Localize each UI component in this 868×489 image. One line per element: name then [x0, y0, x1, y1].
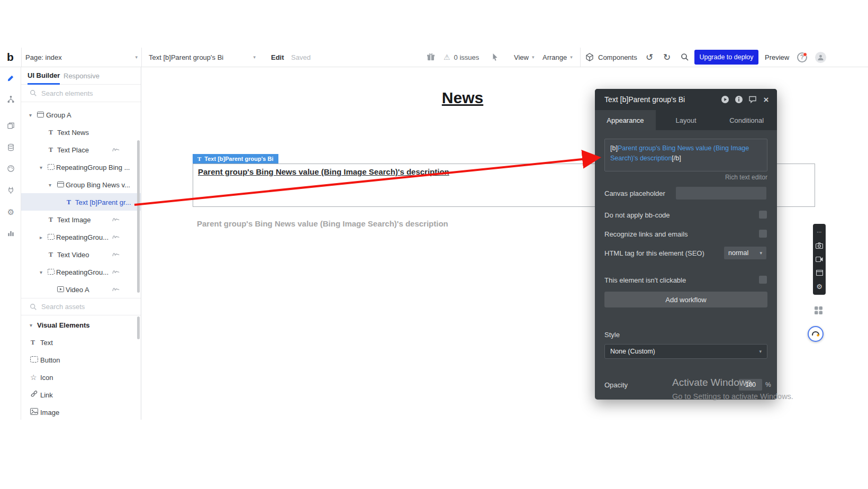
settings-tab-icon[interactable]: ⚙: [6, 207, 15, 216]
chevron-down-icon[interactable]: ▾: [40, 164, 42, 170]
tree-scrollbar[interactable]: [137, 140, 140, 293]
close-icon[interactable]: ×: [762, 95, 771, 104]
tree-item-repeatinggroup-2[interactable]: ▸ RepeatingGrou...: [21, 228, 141, 246]
styles-tab-icon[interactable]: [6, 164, 15, 173]
edit-mode-label[interactable]: Edit: [271, 48, 284, 67]
tree-item-label: Text Video: [57, 250, 89, 258]
tree-item-text-parent-group[interactable]: T Text [b]Parent gr...: [21, 193, 141, 211]
tree-item-text-video[interactable]: T Text Video: [21, 246, 141, 263]
windows-watermark-line1: Activate Windows: [672, 377, 752, 388]
tree-item-repeatinggroup-3[interactable]: ▾ RepeatingGrou...: [21, 263, 141, 280]
bubble-logo[interactable]: b: [7, 48, 14, 67]
preview-button[interactable]: Preview: [765, 48, 789, 67]
recognize-links-checkbox[interactable]: [759, 230, 767, 238]
rich-text-editor-field[interactable]: [b]Parent group's Bing News value (Bing …: [604, 139, 767, 171]
info-icon[interactable]: [734, 95, 743, 104]
tab-responsive[interactable]: Responsive: [64, 67, 100, 85]
screenshot-camera-icon[interactable]: [816, 242, 824, 250]
view-menu-label: View: [514, 53, 529, 61]
search-elements-input[interactable]: [41, 89, 121, 97]
panel-scrollbar[interactable]: [137, 316, 140, 339]
palette-item-icon[interactable]: ☆ Icon: [21, 368, 141, 386]
cursor-tool-icon[interactable]: [491, 48, 499, 67]
widgets-grid-icon[interactable]: [814, 306, 823, 317]
workflow-icon: [7, 95, 15, 103]
upgrade-to-deploy-button[interactable]: Upgrade to deploy: [694, 50, 758, 65]
components-label: Components: [598, 53, 637, 61]
workflow-tab-icon[interactable]: [6, 95, 15, 104]
tree-item-group-a[interactable]: ▾ Group A: [21, 106, 141, 123]
palette-item-link[interactable]: Link: [21, 386, 141, 403]
help-button[interactable]: ?: [797, 48, 807, 67]
tab-appearance[interactable]: Appearance: [595, 110, 656, 130]
chevron-right-icon[interactable]: ▸: [40, 234, 42, 240]
logs-tab-icon[interactable]: [6, 229, 15, 238]
html-tag-dropdown[interactable]: normal ▾: [724, 247, 766, 259]
tree-item-repeatinggroup-bing[interactable]: ▾ RepeatingGroup Bing ...: [21, 158, 141, 176]
palette-item-image[interactable]: Image: [21, 403, 141, 421]
chevron-down-icon[interactable]: ▾: [40, 269, 42, 275]
chevron-down-icon[interactable]: ▾: [29, 112, 32, 117]
warning-icon: ⚠: [444, 53, 450, 61]
bbcode-checkbox[interactable]: [759, 211, 767, 219]
element-selector[interactable]: Text [b]Parent group's Bi ▾: [149, 48, 256, 67]
pages-icon: [7, 122, 15, 130]
undo-icon[interactable]: ↺: [646, 48, 653, 67]
redo-icon[interactable]: ↻: [663, 48, 671, 67]
window-capture-icon[interactable]: [816, 269, 824, 277]
tree-item-group-bing-news[interactable]: ▾ Group Bing News v...: [21, 176, 141, 193]
repeating-group-icon: [48, 232, 55, 242]
plugins-tab-icon[interactable]: [6, 186, 15, 195]
search-icon[interactable]: [681, 48, 689, 67]
arrange-menu[interactable]: Arrange ▾: [542, 48, 573, 67]
property-editor-titlebar[interactable]: Text [b]Parent group's Bi ×: [595, 89, 777, 110]
search-assets-input[interactable]: [41, 303, 121, 311]
pages-tab-icon[interactable]: [6, 121, 15, 130]
assistant-bot-icon[interactable]: [808, 326, 824, 342]
tree-item-label: Group A: [46, 111, 71, 119]
view-menu[interactable]: View ▾: [514, 48, 534, 67]
gift-icon[interactable]: [427, 48, 435, 67]
pointer-icon-svg: [491, 53, 499, 61]
tree-item-text-image[interactable]: T Text Image: [21, 211, 141, 228]
selection-tag[interactable]: T Text [b]Parent group's Bi: [193, 154, 278, 164]
record-video-icon[interactable]: [816, 255, 824, 263]
cube-icon: [585, 53, 594, 61]
data-tab-icon[interactable]: [6, 143, 15, 152]
not-clickable-checkbox[interactable]: [759, 276, 767, 284]
tab-ui-builder[interactable]: UI Builder: [28, 67, 60, 85]
palette-item-button[interactable]: Button: [21, 351, 141, 368]
left-icon-strip: ⚙: [0, 67, 21, 420]
tab-layout[interactable]: Layout: [656, 110, 717, 130]
components-button[interactable]: Components: [585, 48, 637, 67]
issues-indicator[interactable]: ⚠ 0 issues: [444, 48, 479, 67]
visual-elements-section[interactable]: ▾ Visual Elements: [21, 316, 141, 333]
text-icon: T: [197, 156, 201, 162]
rich-text-editor-label[interactable]: Rich text editor: [725, 174, 767, 181]
page-selector[interactable]: Page: index ▾: [25, 48, 138, 67]
design-tab-icon[interactable]: [6, 74, 15, 83]
more-options-icon[interactable]: ⋯: [816, 228, 824, 236]
palette-item-label: Icon: [40, 373, 53, 381]
star-icon: ☆: [30, 373, 37, 382]
palette-icon: [7, 165, 15, 173]
repeating-cell-preview-text: Parent group's Bing News value (Bing Ima…: [197, 219, 448, 228]
account-avatar[interactable]: [815, 48, 826, 67]
comment-icon[interactable]: [748, 95, 757, 104]
database-icon: [7, 143, 15, 151]
tree-item-text-place[interactable]: T Text Place: [21, 141, 141, 158]
chevron-down-icon[interactable]: ▾: [49, 182, 51, 187]
capture-settings-gear-icon[interactable]: ⚙: [816, 283, 824, 291]
chevron-down-icon[interactable]: ▾: [30, 322, 32, 328]
tree-item-label: RepeatingGroup Bing ...: [56, 163, 130, 171]
palette-item-text[interactable]: T Text: [21, 333, 141, 351]
canvas-placeholder-input[interactable]: [676, 187, 766, 200]
tab-conditional[interactable]: Conditional: [716, 110, 777, 130]
tree-item-text-news[interactable]: T Text News: [21, 123, 141, 141]
property-editor: Text [b]Parent group's Bi × Appearance L…: [595, 89, 777, 400]
add-workflow-button[interactable]: Add workflow: [604, 292, 767, 307]
visual-elements-header: Visual Elements: [37, 321, 89, 329]
style-dropdown[interactable]: None (Custom) ▾: [604, 344, 767, 359]
tree-item-video-a[interactable]: Video A: [21, 280, 141, 298]
run-icon[interactable]: [720, 95, 729, 104]
